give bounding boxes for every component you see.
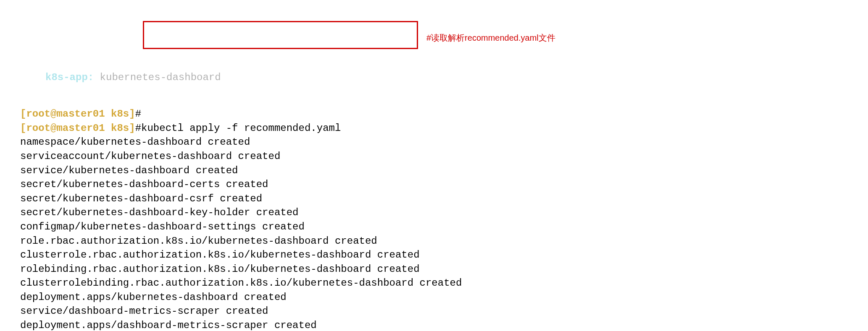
- output-line: configmap/kubernetes-dashboard-settings …: [20, 220, 848, 234]
- output-line: service/kubernetes-dashboard created: [20, 164, 848, 178]
- output-line: secret/kubernetes-dashboard-key-holder c…: [20, 206, 848, 220]
- output-line: role.rbac.authorization.k8s.io/kubernete…: [20, 234, 848, 248]
- output-line: service/dashboard-metrics-scraper create…: [20, 304, 848, 318]
- shell-prompt: [root@master01 k8s]: [20, 108, 135, 120]
- prompt-line-2[interactable]: [root@master01 k8s]#kubectl apply -f rec…: [20, 121, 848, 136]
- output-line: deployment.apps/dashboard-metrics-scrape…: [20, 318, 848, 331]
- output-line: secret/kubernetes-dashboard-csrf created: [20, 192, 848, 206]
- hash-symbol: #: [135, 108, 141, 120]
- output-line: clusterrolebinding.rbac.authorization.k8…: [20, 276, 848, 290]
- output-line: serviceaccount/kubernetes-dashboard crea…: [20, 149, 848, 164]
- kubectl-command: kubectl apply -f recommended.yaml: [141, 122, 341, 134]
- annotation-text: #读取解析recommended.yaml文件: [426, 32, 555, 44]
- hash-symbol: #: [135, 122, 141, 134]
- prompt-line-1: [root@master01 k8s]#: [20, 107, 848, 121]
- yaml-key: k8s-app:: [45, 72, 94, 83]
- output-line: rolebinding.rbac.authorization.k8s.io/ku…: [20, 262, 848, 276]
- shell-prompt: [root@master01 k8s]: [20, 122, 135, 134]
- output-line: namespace/kubernetes-dashboard created: [20, 135, 848, 149]
- highlight-rectangle: [143, 21, 418, 49]
- output-line: secret/kubernetes-dashboard-certs create…: [20, 177, 848, 192]
- output-line: clusterrole.rbac.authorization.k8s.io/ku…: [20, 248, 848, 262]
- yaml-value: kubernetes-dashboard: [94, 72, 221, 83]
- yaml-fragment: k8s-app: kubernetes-dashboard: [45, 70, 848, 85]
- terminal-output: k8s-app: kubernetes-dashboard [root@mast…: [0, 56, 868, 331]
- output-line: deployment.apps/kubernetes-dashboard cre…: [20, 290, 848, 305]
